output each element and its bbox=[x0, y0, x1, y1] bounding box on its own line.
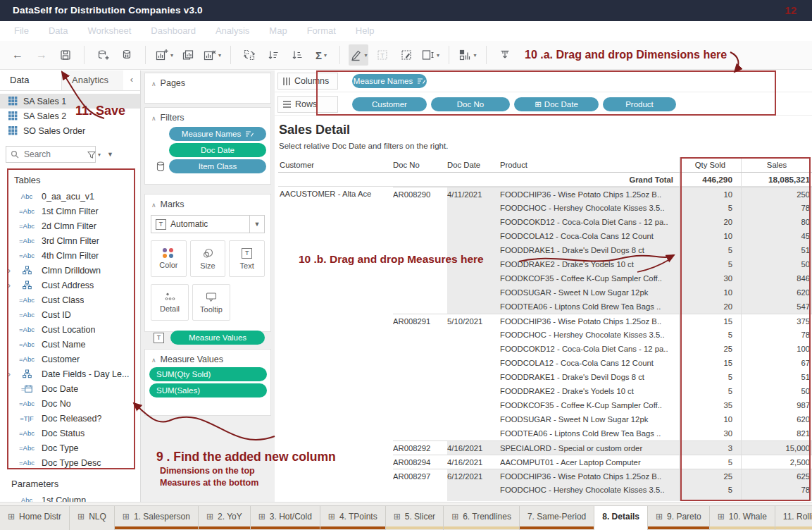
sheet-tab-10-whale[interactable]: ⊞10. Whale bbox=[710, 506, 775, 530]
table-row[interactable]: FOODCOLA12 - Coca-Cola Cans 12 Count1045 bbox=[278, 229, 812, 243]
totals-button[interactable]: Σ▾ bbox=[311, 44, 331, 66]
undo-button[interactable]: ← bbox=[8, 44, 27, 66]
field-doc-released-[interactable]: =T|FDoc Released? bbox=[0, 411, 140, 426]
pages-shelf[interactable]: ∧Pages bbox=[144, 73, 271, 104]
menu-map[interactable]: Map bbox=[259, 21, 296, 41]
field-doc-date[interactable]: =Doc Date bbox=[0, 381, 140, 396]
field-cust-location[interactable]: =AbcCust Location bbox=[0, 322, 140, 337]
menu-data[interactable]: Data bbox=[39, 21, 77, 41]
tab-analytics[interactable]: Analytics bbox=[61, 70, 123, 90]
table-row[interactable]: FOODTEA06 - Liptons Cold Brew Tea Bags .… bbox=[278, 426, 812, 440]
search-field[interactable] bbox=[23, 149, 80, 160]
rows-pill-doc-no[interactable]: Doc No bbox=[431, 97, 510, 111]
pause-auto-updates-button[interactable] bbox=[117, 44, 137, 66]
rows-pill-doc-date[interactable]: ⊞Doc Date bbox=[514, 97, 599, 111]
rows-pill-product[interactable]: Product bbox=[603, 97, 676, 111]
clear-sheet-button[interactable]: ▾ bbox=[202, 44, 222, 66]
sheet-tab-4-tpoints[interactable]: ⊞4. TPoints bbox=[320, 506, 386, 530]
sheet-tab-7-same-period[interactable]: 7. Same-Period bbox=[520, 506, 594, 530]
sheet-tab-2-yoy[interactable]: ⊞2. YoY bbox=[199, 506, 251, 530]
table-row[interactable]: FOODCOLA12 - Coca-Cola Cans 12 Count1567 bbox=[278, 356, 812, 370]
mark-button-tooltip[interactable]: Tooltip bbox=[192, 284, 230, 321]
data-source-so-sales-order[interactable]: SO Sales Order bbox=[0, 123, 140, 138]
sheet-tab-3-hot-cold[interactable]: ⊞3. Hot/Cold bbox=[251, 506, 320, 530]
mark-button-text[interactable]: TText bbox=[229, 240, 265, 277]
sheet-tab-1-salesperson[interactable]: ⊞1. Salesperson bbox=[115, 506, 199, 530]
new-data-source-button[interactable] bbox=[93, 44, 113, 66]
filter-pill-measure-names[interactable]: Measure Names bbox=[169, 127, 266, 141]
tab-data[interactable]: Data bbox=[0, 70, 61, 90]
fit-selector-button[interactable]: ▾ bbox=[420, 44, 440, 66]
filter-pill-item-class[interactable]: Item Class bbox=[169, 159, 266, 173]
table-row[interactable]: FOODSUGAR - Sweet N Low Sugar 12pk10620 bbox=[278, 285, 812, 300]
table-row[interactable]: FOODCOKD12 - Coca-Cola Diet Cans - 12 pa… bbox=[278, 215, 812, 229]
field-clmn-drilldown[interactable]: ›Clmn Drilldown bbox=[0, 263, 140, 278]
rows-pill-customer[interactable]: Customer bbox=[352, 97, 427, 111]
field-cust-id[interactable]: =AbcCust ID bbox=[0, 307, 140, 322]
sheet-tab-nlq[interactable]: ⊞NLQ bbox=[70, 506, 115, 530]
measure-pill-sum-qty-sold-[interactable]: SUM(Qty Sold) bbox=[149, 367, 267, 381]
mark-button-detail[interactable]: Detail bbox=[151, 284, 189, 321]
table-row[interactable]: FOODSUGAR - Sweet N Low Sugar 12pk10620 bbox=[278, 412, 812, 426]
field-doc-type-desc[interactable]: =AbcDoc Type Desc bbox=[0, 455, 140, 470]
presentation-mode-button[interactable] bbox=[495, 44, 515, 66]
field-cust-name[interactable]: =AbcCust Name bbox=[0, 337, 140, 352]
sheet-tab-11-rolling[interactable]: 11. Rolling bbox=[775, 506, 812, 530]
menu-worksheet[interactable]: Worksheet bbox=[77, 21, 141, 41]
table-row[interactable]: AACUSTOMER - Alta AceAR0082904/11/2021FO… bbox=[278, 187, 812, 201]
table-row[interactable]: FOODCHOC - Hershey Chocolate Kisses 3.5.… bbox=[278, 328, 812, 342]
sheet-tab-6-trendlines[interactable]: ⊞6. Trendlines bbox=[444, 506, 520, 530]
show-hide-cards-button[interactable]: ▾ bbox=[458, 44, 477, 66]
rows-shelf[interactable]: Rows CustomerDoc No⊞Doc DateProduct bbox=[275, 94, 812, 116]
field-1st-clmn-filter[interactable]: =Abc1st Clmn Filter bbox=[0, 204, 140, 218]
field-0-aa-acu-v1[interactable]: Abc0_aa_acu_v1 bbox=[0, 189, 140, 204]
collapse-pane-icon[interactable]: ‹ bbox=[123, 70, 140, 90]
sheet-tab-home-distr[interactable]: ⊞Home Distr bbox=[0, 506, 70, 530]
format-button[interactable] bbox=[396, 44, 416, 66]
measure-values-text-pill[interactable]: Measure Values bbox=[170, 331, 265, 345]
field-2d-clmn-filter[interactable]: =Abc2d Clmn Filter bbox=[0, 218, 140, 233]
table-row[interactable]: FOODKCOF35 - Coffee K-Cup Sampler Coff..… bbox=[278, 398, 812, 412]
menu-help[interactable]: Help bbox=[346, 21, 385, 41]
columns-pill-measure-names[interactable]: Measure Names bbox=[352, 74, 427, 88]
field-customer[interactable]: =AbcCustomer bbox=[0, 352, 140, 366]
table-row[interactable]: FOODCOKD12 - Coca-Cola Diet Cans - 12 pa… bbox=[278, 497, 812, 501]
mark-button-size[interactable]: Size bbox=[190, 240, 226, 277]
field-doc-type[interactable]: =AbcDoc Type bbox=[0, 440, 140, 455]
table-row[interactable]: FOODCHOC - Hershey Chocolate Kisses 3.5.… bbox=[278, 483, 812, 497]
sort-ascending-button[interactable] bbox=[263, 44, 283, 66]
marks-card[interactable]: ∧Marks T Automatic ▼ ColorSizeTText Deta… bbox=[144, 194, 271, 332]
table-header-row[interactable]: CustomerDoc NoDoc DateProductQty SoldSal… bbox=[278, 157, 812, 173]
table-row[interactable]: FOODDRAKE2 - Drake's Yodels 10 ct550 bbox=[278, 384, 812, 398]
sheet-tab-5-slicer[interactable]: ⊞5. Slicer bbox=[386, 506, 444, 530]
view-options-icon[interactable]: ▼ bbox=[107, 151, 113, 158]
search-input[interactable]: ▾ bbox=[6, 146, 96, 163]
table-row[interactable]: AR0082944/16/2021AACOMPUT01 - Acer Lapto… bbox=[278, 455, 812, 469]
duplicate-sheet-button[interactable] bbox=[178, 44, 198, 66]
table-row[interactable]: AR0082976/12/2021FOODCHIP36 - Wise Potat… bbox=[278, 469, 812, 483]
new-worksheet-button[interactable]: ▾ bbox=[154, 44, 174, 66]
menu-format[interactable]: Format bbox=[297, 21, 346, 41]
expand-chevron-icon[interactable]: › bbox=[4, 369, 14, 379]
table-row[interactable]: FOODKCOF35 - Coffee K-Cup Sampler Coff..… bbox=[278, 271, 812, 285]
table-row[interactable]: FOODCOKD12 - Coca-Cola Diet Cans - 12 pa… bbox=[278, 342, 812, 356]
columns-shelf[interactable]: Columns Measure Names bbox=[275, 70, 812, 92]
field-cust-address[interactable]: ›Cust Address bbox=[0, 278, 140, 292]
field-date-fields-day-le-[interactable]: ›Date Fields - Day Le... bbox=[0, 366, 140, 381]
table-row[interactable]: FOODTEA06 - Liptons Cold Brew Tea Bags .… bbox=[278, 300, 812, 314]
menu-file[interactable]: File bbox=[4, 21, 39, 41]
field-cust-class[interactable]: =AbcCust Class bbox=[0, 292, 140, 307]
menu-dashboard[interactable]: Dashboard bbox=[141, 21, 206, 41]
table-row[interactable]: AR0082924/16/2021SPECIALORD - Special or… bbox=[278, 440, 812, 455]
sort-descending-button[interactable] bbox=[287, 44, 307, 66]
filters-shelf[interactable]: ∧Filters Measure NamesDoc DateItem Class bbox=[144, 107, 271, 185]
filter-pill-doc-date[interactable]: Doc Date bbox=[169, 143, 266, 157]
field-4th-clmn-filter[interactable]: =Abc4th Clmn Filter bbox=[0, 248, 140, 263]
expand-chevron-icon[interactable]: › bbox=[4, 266, 14, 276]
highlight-button[interactable]: ▾ bbox=[349, 44, 368, 66]
expand-chevron-icon[interactable]: › bbox=[4, 281, 14, 290]
measure-pill-sum-sales-[interactable]: SUM(Sales) bbox=[149, 383, 267, 398]
sheet-tab-8-details[interactable]: 8. Details bbox=[594, 506, 648, 530]
swap-rows-columns-button[interactable] bbox=[239, 44, 259, 66]
field-3rd-clmn-filter[interactable]: =Abc3rd Clmn Filter bbox=[0, 233, 140, 248]
